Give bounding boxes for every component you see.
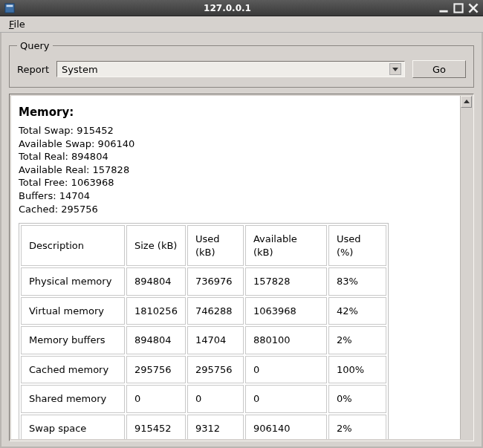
scroll-up-icon[interactable] xyxy=(461,96,472,108)
query-legend: Query xyxy=(17,40,53,51)
table-row: Memory buffers 894804 14704 880100 2% xyxy=(21,326,386,354)
window-app-icon xyxy=(3,1,16,15)
close-icon[interactable] xyxy=(468,3,479,13)
svg-marker-6 xyxy=(392,68,398,71)
menu-file[interactable]: File xyxy=(4,17,30,31)
table-header-row: Description Size (kB) Used (kB) Availabl… xyxy=(21,225,386,266)
table-row: Cached memory 295756 295756 0 100% xyxy=(21,356,386,384)
memory-table: Description Size (kB) Used (kB) Availabl… xyxy=(19,223,389,439)
window-title: 127.0.0.1 xyxy=(16,3,438,13)
table-row: Virtual memory 1810256 746288 1063968 42… xyxy=(21,297,386,325)
memory-heading: Memory: xyxy=(19,105,453,120)
menu-file-rest: ile xyxy=(14,19,25,30)
chevron-down-icon xyxy=(389,63,401,75)
stat-cached: Cached: 295756 xyxy=(19,203,453,216)
stat-total-swap: Total Swap: 915452 xyxy=(19,124,453,137)
maximize-icon[interactable] xyxy=(453,3,464,13)
content-frame: Memory: Total Swap: 915452 Available Swa… xyxy=(9,94,474,441)
th-used-pct: Used (%) xyxy=(328,225,386,266)
th-size: Size (kB) xyxy=(126,225,186,266)
th-used: Used (kB) xyxy=(187,225,244,266)
vertical-scrollbar[interactable] xyxy=(460,96,472,439)
table-row: Physical memory 894804 736976 157828 83% xyxy=(21,267,386,296)
go-button-label: Go xyxy=(432,64,446,75)
svg-marker-7 xyxy=(464,100,470,103)
stat-buffers: Buffers: 14704 xyxy=(19,189,453,203)
report-label: Report xyxy=(17,64,49,75)
menubar: File xyxy=(0,16,483,33)
client-area: Query Report System Go Memory: Total Swa… xyxy=(0,33,483,448)
report-select-value: System xyxy=(62,64,97,75)
svg-rect-3 xyxy=(454,4,462,12)
stat-available-real: Available Real: 157828 xyxy=(19,163,453,177)
report-select[interactable]: System xyxy=(56,61,405,77)
stat-total-real: Total Real: 894804 xyxy=(19,150,453,163)
titlebar[interactable]: 127.0.0.1 xyxy=(0,0,483,16)
table-row: Swap space 915452 9312 906140 2% xyxy=(21,415,386,439)
svg-rect-2 xyxy=(439,10,447,12)
stat-available-swap: Available Swap: 906140 xyxy=(19,137,453,151)
th-available: Available (kB) xyxy=(245,225,327,266)
svg-rect-1 xyxy=(7,4,13,7)
go-button[interactable]: Go xyxy=(412,60,466,78)
minimize-icon[interactable] xyxy=(438,3,449,13)
query-groupbox: Query Report System Go xyxy=(9,40,474,88)
th-description: Description xyxy=(21,225,125,266)
table-row: Shared memory 0 0 0 0% xyxy=(21,385,386,413)
stat-total-free: Total Free: 1063968 xyxy=(19,176,453,189)
content-view: Memory: Total Swap: 915452 Available Swa… xyxy=(11,96,460,439)
